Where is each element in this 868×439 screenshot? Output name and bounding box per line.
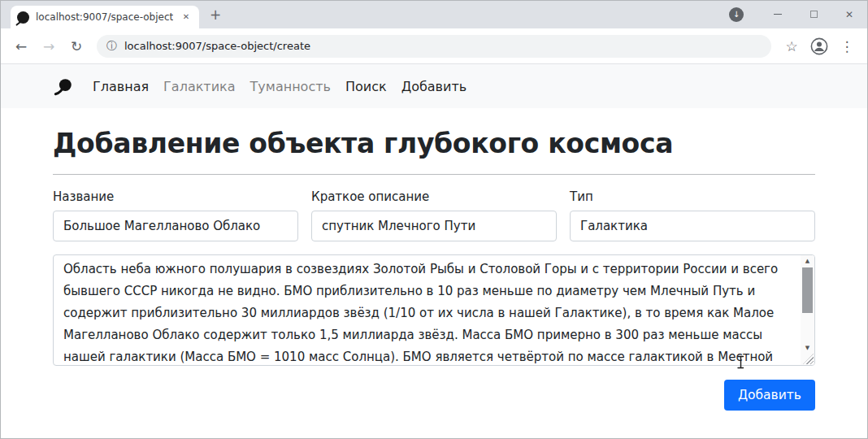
name-input[interactable] bbox=[53, 211, 298, 241]
page-info-icon[interactable]: ⓘ bbox=[106, 39, 117, 54]
close-icon: ✕ bbox=[845, 9, 853, 20]
browser-update-icon[interactable]: ↓ bbox=[729, 7, 744, 22]
brand-logo[interactable] bbox=[53, 76, 74, 97]
submit-button[interactable]: Добавить bbox=[724, 380, 815, 411]
page-title: Добавление объекта глубокого космоса bbox=[53, 128, 815, 159]
address-url: localhost:9007/space-object/create bbox=[124, 40, 310, 52]
divider bbox=[53, 174, 815, 175]
browser-tab[interactable]: localhost:9007/space-object/cre ✕ bbox=[11, 6, 199, 28]
tab-strip: localhost:9007/space-object/cre ✕ + ↓ ✕ bbox=[1, 1, 867, 28]
minimize-button[interactable] bbox=[760, 1, 796, 28]
nav-link-home[interactable]: Главная bbox=[85, 72, 156, 101]
bookmark-star-icon[interactable]: ☆ bbox=[779, 34, 804, 59]
text-cursor-pointer bbox=[736, 355, 745, 372]
type-label: Тип bbox=[570, 189, 815, 204]
maximize-icon bbox=[810, 11, 818, 18]
browser-toolbar: ← → ↻ ⓘ localhost:9007/space-object/crea… bbox=[1, 28, 867, 64]
name-label: Название bbox=[53, 189, 298, 204]
textarea-scrollbar[interactable]: ▲ ▼ bbox=[801, 255, 814, 365]
profile-avatar-icon[interactable] bbox=[807, 34, 831, 59]
browser-window: localhost:9007/space-object/cre ✕ + ↓ ✕ … bbox=[0, 0, 868, 439]
address-bar[interactable]: ⓘ localhost:9007/space-object/create bbox=[97, 35, 771, 58]
back-icon[interactable]: ← bbox=[9, 34, 33, 59]
description-textarea[interactable]: Область неба южного полушария в созвезди… bbox=[53, 254, 815, 366]
new-tab-button[interactable]: + bbox=[207, 7, 224, 23]
forward-icon[interactable]: → bbox=[37, 34, 61, 59]
reload-icon[interactable]: ↻ bbox=[64, 34, 89, 59]
maximize-button[interactable] bbox=[796, 1, 831, 28]
nav-link-galaxy[interactable]: Галактика bbox=[156, 72, 242, 101]
field-name: Название bbox=[53, 189, 298, 241]
scroll-down-icon[interactable]: ▼ bbox=[801, 342, 814, 354]
form-actions: Добавить bbox=[53, 380, 815, 411]
description-wrap: Область неба южного полушария в созвезди… bbox=[53, 254, 815, 366]
minimize-icon bbox=[774, 14, 782, 15]
resize-grip-icon[interactable] bbox=[801, 354, 814, 364]
nav-link-add[interactable]: Добавить bbox=[394, 72, 475, 101]
nav-link-search[interactable]: Поиск bbox=[338, 72, 394, 101]
close-button[interactable]: ✕ bbox=[831, 1, 867, 28]
field-type: Тип bbox=[570, 189, 815, 241]
tab-title: localhost:9007/space-object/cre bbox=[36, 11, 173, 23]
short-description-input[interactable] bbox=[311, 211, 557, 241]
type-input[interactable] bbox=[570, 211, 815, 241]
scrollbar-thumb[interactable] bbox=[802, 267, 813, 313]
site-favicon-icon bbox=[17, 11, 29, 24]
field-short-description: Краткое описание bbox=[311, 189, 557, 241]
scrollbar-track[interactable] bbox=[801, 267, 814, 342]
browser-menu-icon[interactable]: ⋮ bbox=[835, 34, 859, 59]
short-description-label: Краткое описание bbox=[311, 189, 557, 204]
tab-close-icon[interactable]: ✕ bbox=[180, 11, 193, 24]
form-fields-row: Название Краткое описание Тип bbox=[53, 189, 815, 241]
window-controls: ✕ bbox=[760, 1, 867, 28]
site-navbar: Главная Галактика Туманность Поиск Добав… bbox=[1, 64, 867, 108]
nav-link-nebula[interactable]: Туманность bbox=[243, 72, 338, 101]
scroll-up-icon[interactable]: ▲ bbox=[801, 255, 814, 267]
